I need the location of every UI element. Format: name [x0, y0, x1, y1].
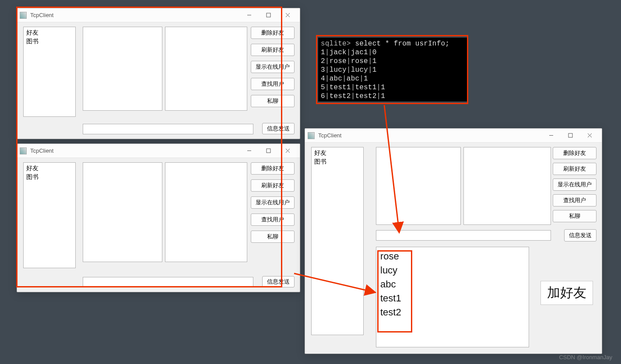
- annotation-arrow: [0, 0, 621, 364]
- watermark: CSDN @IronmanJay: [559, 354, 612, 360]
- svg-line-12: [384, 105, 399, 232]
- svg-line-13: [294, 273, 375, 292]
